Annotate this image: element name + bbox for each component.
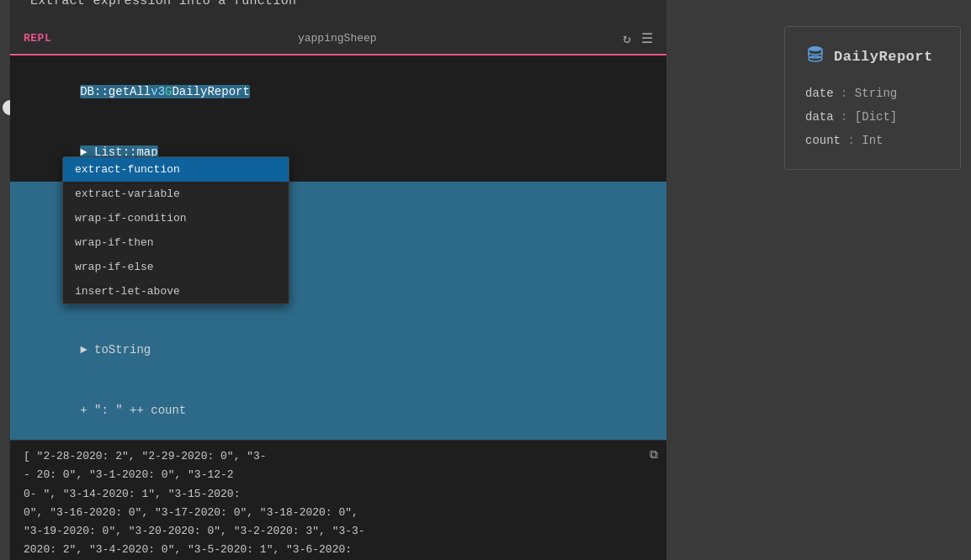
code-line-6: + ": " ++ count	[10, 380, 666, 440]
field-type-count: Int	[862, 134, 883, 147]
field-name-date: date	[805, 87, 834, 100]
output-line-3: 0- ", "3-14-2020: 1", "3-15-2020:	[24, 485, 653, 504]
code-text-5: ► toString	[80, 343, 151, 357]
right-panel-title: DailyReport	[805, 44, 940, 70]
repl-icons: ↻ ☰	[623, 30, 653, 47]
right-panel: DailyReport date : String data : [Dict] …	[784, 26, 961, 170]
title-text: Extract expression into a function	[30, 0, 296, 8]
field-date: date : String	[805, 82, 940, 105]
field-name-count: count	[805, 134, 841, 147]
database-icon	[805, 44, 825, 70]
main-container: Extract expression into a function REPL …	[10, 0, 961, 560]
field-colon-1: :	[841, 87, 855, 100]
output-line-6: 2020: 2", "3-4-2020: 0", "3-5-2020: 1", …	[24, 541, 653, 559]
dropdown-item-extract-variable[interactable]: extract-variable	[63, 182, 289, 206]
dropdown-item-wrap-if-then[interactable]: wrap-if-then	[63, 230, 289, 255]
field-name-data: data	[805, 110, 834, 124]
dropdown-item-wrap-if-else[interactable]: wrap-if-else	[63, 255, 289, 279]
field-type-data: [Dict]	[855, 110, 897, 124]
field-type-date: String	[855, 87, 897, 100]
repl-header: REPL yappingSheep ↻ ☰	[10, 24, 666, 55]
dropdown-item-extract-function[interactable]: extract-function	[63, 157, 289, 182]
dropdown-item-insert-let-above[interactable]: insert-let-above	[63, 279, 289, 304]
right-panel-name: DailyReport	[834, 49, 933, 65]
field-count: count : Int	[805, 129, 940, 152]
output-line-1: [ "2-28-2020: 2", "2-29-2020: 0", "3-	[24, 447, 653, 466]
field-data: data : [Dict]	[805, 105, 940, 129]
repl-label: REPL	[24, 32, 51, 45]
svg-point-0	[809, 46, 822, 51]
title-bar: Extract expression into a function	[10, 0, 666, 24]
output-line-5: "3-19-2020: 0", "3-20-2020: 0", "3-2-202…	[24, 522, 653, 541]
output-line-2: - 20: 0", "3-1-2020: 0", "3-12-2	[24, 466, 653, 484]
left-panel: Extract expression into a function REPL …	[10, 0, 666, 560]
field-colon-2: :	[841, 110, 855, 124]
refresh-icon[interactable]: ↻	[623, 30, 631, 47]
output-area: ⧉ [ "2-28-2020: 2", "2-29-2020: 0", "3- …	[10, 440, 666, 560]
code-line-5: ► toString	[10, 320, 666, 380]
code-area[interactable]: DB::getAllv3GDailyReport ► List::map te …	[10, 55, 666, 440]
code-text-6: + ": " ++ count	[80, 404, 186, 417]
code-highlight-1: DB::getAllv3GDailyReport	[80, 85, 250, 98]
copy-icon[interactable]: ⧉	[650, 446, 658, 466]
svg-point-1	[809, 56, 822, 61]
menu-icon[interactable]: ☰	[641, 30, 653, 47]
repl-session-name: yappingSheep	[298, 32, 377, 45]
code-line-1: DB::getAllv3GDailyReport	[10, 55, 666, 122]
dropdown-item-wrap-if-condition[interactable]: wrap-if-condition	[63, 206, 289, 230]
field-colon-3: :	[847, 134, 862, 147]
right-panel-fields: date : String data : [Dict] count : Int	[805, 82, 940, 152]
dropdown-menu: extract-function extract-variable wrap-i…	[62, 156, 289, 304]
output-line-4: 0", "3-16-2020: 0", "3-17-2020: 0", "3-1…	[24, 504, 653, 522]
